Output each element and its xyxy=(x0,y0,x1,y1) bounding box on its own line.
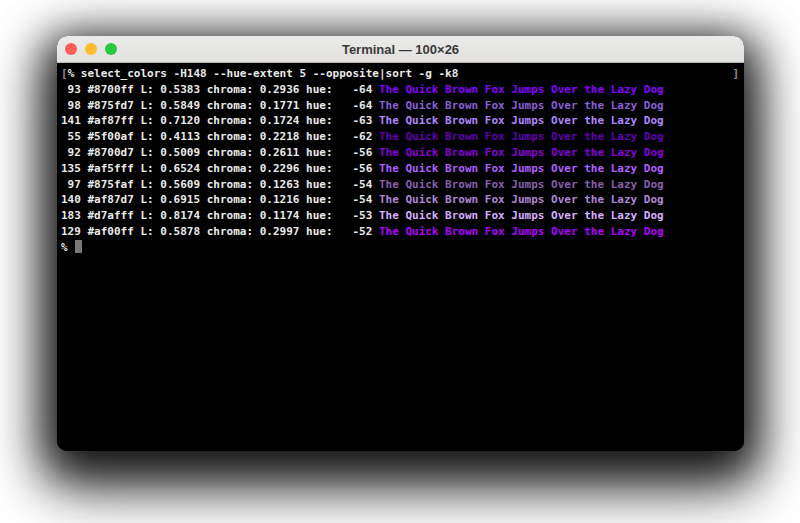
output-row: 92 #8700d7 L: 0.5009 chroma: 0.2611 hue:… xyxy=(61,145,740,161)
prompt-symbol: % xyxy=(61,241,68,254)
text-cursor xyxy=(75,240,82,253)
output-row: 97 #875faf L: 0.5609 chroma: 0.1263 hue:… xyxy=(61,177,740,193)
pangram-text: The Quick Brown Fox Jumps Over the Lazy … xyxy=(379,225,664,238)
output-row: 55 #5f00af L: 0.4113 chroma: 0.2218 hue:… xyxy=(61,129,740,145)
zoom-button[interactable] xyxy=(105,43,117,55)
command-line: [% select_colors -H148 --hue-extent 5 --… xyxy=(61,66,740,82)
color-stats-text: 97 #875faf L: 0.5609 chroma: 0.1263 hue:… xyxy=(61,178,379,191)
color-stats-text: 55 #5f00af L: 0.4113 chroma: 0.2218 hue:… xyxy=(61,130,379,143)
color-stats-text: 135 #af5fff L: 0.6524 chroma: 0.2296 hue… xyxy=(61,162,379,175)
terminal-window[interactable]: Terminal — 100×26 [% select_colors -H148… xyxy=(57,36,744,451)
command-text: % select_colors -H148 --hue-extent 5 --o… xyxy=(68,67,459,80)
close-button[interactable] xyxy=(65,43,77,55)
output-row: 183 #d7afff L: 0.8174 chroma: 0.1174 hue… xyxy=(61,208,740,224)
pangram-text: The Quick Brown Fox Jumps Over the Lazy … xyxy=(379,146,664,159)
output-rows: 93 #8700ff L: 0.5383 chroma: 0.2936 hue:… xyxy=(61,82,740,240)
color-stats-text: 98 #875fd7 L: 0.5849 chroma: 0.1771 hue:… xyxy=(61,99,379,112)
output-row: 98 #875fd7 L: 0.5849 chroma: 0.1771 hue:… xyxy=(61,98,740,114)
pangram-text: The Quick Brown Fox Jumps Over the Lazy … xyxy=(379,209,664,222)
pangram-text: The Quick Brown Fox Jumps Over the Lazy … xyxy=(379,193,664,206)
desktop-background: Terminal — 100×26 [% select_colors -H148… xyxy=(0,0,800,523)
terminal-screen[interactable]: [% select_colors -H148 --hue-extent 5 --… xyxy=(57,63,744,451)
pangram-text: The Quick Brown Fox Jumps Over the Lazy … xyxy=(379,130,664,143)
pangram-text: The Quick Brown Fox Jumps Over the Lazy … xyxy=(379,114,664,127)
pangram-text: The Quick Brown Fox Jumps Over the Lazy … xyxy=(379,178,664,191)
output-row: 140 #af87d7 L: 0.6915 chroma: 0.1216 hue… xyxy=(61,192,740,208)
output-row: 141 #af87ff L: 0.7120 chroma: 0.1724 hue… xyxy=(61,113,740,129)
traffic-lights xyxy=(65,36,117,62)
pangram-text: The Quick Brown Fox Jumps Over the Lazy … xyxy=(379,99,664,112)
output-row: 129 #af00ff L: 0.5878 chroma: 0.2997 hue… xyxy=(61,224,740,240)
color-stats-text: 183 #d7afff L: 0.8174 chroma: 0.1174 hue… xyxy=(61,209,379,222)
color-stats-text: 140 #af87d7 L: 0.6915 chroma: 0.1216 hue… xyxy=(61,193,379,206)
color-stats-text: 141 #af87ff L: 0.7120 chroma: 0.1724 hue… xyxy=(61,114,379,127)
color-stats-text: 129 #af00ff L: 0.5878 chroma: 0.2997 hue… xyxy=(61,225,379,238)
command-mark-open: [ xyxy=(61,67,68,80)
output-row: 93 #8700ff L: 0.5383 chroma: 0.2936 hue:… xyxy=(61,82,740,98)
output-row: 135 #af5fff L: 0.6524 chroma: 0.2296 hue… xyxy=(61,161,740,177)
window-title: Terminal — 100×26 xyxy=(57,42,744,57)
pangram-text: The Quick Brown Fox Jumps Over the Lazy … xyxy=(379,162,664,175)
command-mark-close: ] xyxy=(732,66,739,82)
color-stats-text: 93 #8700ff L: 0.5383 chroma: 0.2936 hue:… xyxy=(61,83,379,96)
pangram-text: The Quick Brown Fox Jumps Over the Lazy … xyxy=(379,83,664,96)
title-bar[interactable]: Terminal — 100×26 xyxy=(57,36,744,63)
minimize-button[interactable] xyxy=(85,43,97,55)
color-stats-text: 92 #8700d7 L: 0.5009 chroma: 0.2611 hue:… xyxy=(61,146,379,159)
prompt-line: % xyxy=(61,240,740,256)
